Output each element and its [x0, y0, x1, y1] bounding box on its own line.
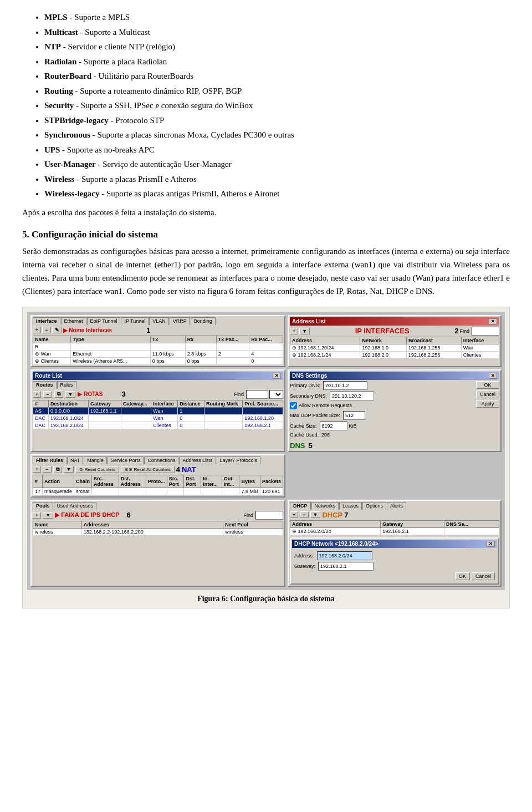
tab-alerts[interactable]: Alerts: [387, 502, 406, 510]
net-gateway-input[interactable]: [318, 562, 374, 571]
dhcp-remove-btn[interactable]: −: [300, 511, 308, 518]
table-row[interactable]: R: [33, 343, 283, 350]
table-row[interactable]: ⊕ 192.168.2.1/24 192.168.2.0 192.168.2.2…: [290, 351, 499, 358]
route-tab-bar[interactable]: Routes Rules: [33, 381, 283, 389]
nat-add-btn[interactable]: +: [33, 466, 41, 473]
pool-find-input[interactable]: [255, 511, 283, 520]
remove-button[interactable]: −: [42, 327, 50, 333]
table-row[interactable]: 17 masquerade srcnat 7.8 MiB 120 691: [33, 488, 283, 495]
tab-eoip[interactable]: EoIP Tunnel: [87, 317, 121, 325]
dns-apply-btn[interactable]: Apply: [476, 400, 499, 408]
dhcp-network-titlebar: DHCP Network <192.168.2.0/24> ✕: [292, 540, 497, 548]
tab-mangle[interactable]: Mangle: [84, 456, 107, 464]
dhcp-network-close[interactable]: ✕: [487, 541, 495, 547]
reset-counters-btn[interactable]: ⊙ Reset Counters: [75, 466, 119, 473]
route-close-btn[interactable]: ✕: [273, 373, 281, 379]
route-remove-btn[interactable]: −: [43, 391, 52, 398]
tab-bonding[interactable]: Bonding: [191, 317, 216, 325]
max-udp-label: Max UDP Packet Size:: [290, 413, 340, 418]
cell-address: ⊕ 192.168.1.20/24: [290, 344, 360, 351]
tab-leases[interactable]: Leases: [339, 502, 362, 510]
cell-dest: 192.168.1.0/24: [48, 414, 88, 422]
tab-used[interactable]: Used Addresses: [54, 502, 97, 510]
addr-add-btn[interactable]: +: [290, 328, 298, 334]
figure-container: Interface Ethernet EoIP Tunnel IP Tunnel…: [22, 307, 510, 608]
interface-tab-bar[interactable]: Interface Ethernet EoIP Tunnel IP Tunnel…: [33, 317, 283, 325]
tab-serviceports[interactable]: Service Ports: [108, 456, 144, 464]
tab-rules[interactable]: Rules: [57, 381, 76, 389]
tab-nat[interactable]: NAT: [67, 456, 83, 464]
net-ok-btn[interactable]: OK: [455, 572, 470, 580]
secondary-dns-row: Secondary DNS:: [290, 392, 472, 400]
tab-vlan[interactable]: VLAN: [149, 317, 169, 325]
addr-filter-btn[interactable]: ▼: [299, 328, 310, 334]
nat-remove-btn[interactable]: −: [43, 466, 51, 473]
tab-addresslists[interactable]: Address Lists: [179, 456, 216, 464]
route-find-select[interactable]: all: [269, 390, 283, 399]
max-udp-input[interactable]: [343, 411, 365, 420]
dns-close-btn[interactable]: ✕: [489, 373, 497, 379]
nat-row: Filter Rules NAT Mangle Service Ports Co…: [30, 454, 502, 498]
cell-gw: [89, 422, 121, 429]
dhcp-add-btn[interactable]: +: [290, 511, 298, 518]
cell-dest: 192.168.2.0/24: [48, 422, 88, 429]
bottom-row: Pools Used Addresses + ▼ ▶ FAIXA DE IPS …: [30, 500, 502, 587]
tab-options[interactable]: Options: [362, 502, 386, 510]
dns-cancel-btn[interactable]: Cancel: [476, 390, 499, 398]
pool-add-btn[interactable]: +: [33, 512, 41, 519]
tab-filter[interactable]: Filter Rules: [33, 456, 66, 464]
table-row[interactable]: ⊕ 192.168.1.20/24 192.168.1.0 192.168.1.…: [290, 344, 499, 351]
rotas-label: ▶ ROTAS: [78, 391, 103, 397]
table-row[interactable]: DAC 192.168.1.0/24 Wan 0 192.168.1.20: [33, 414, 283, 422]
cell-src: [92, 488, 119, 495]
nat-filter-btn[interactable]: ▼: [64, 466, 74, 473]
table-row[interactable]: ⊕ Wan Ethernet 11.0 kbps 2.8 kbps 2 4: [33, 350, 283, 357]
dhcp-filter-btn[interactable]: ▼: [310, 511, 321, 518]
cache-size-input[interactable]: [320, 422, 347, 430]
tab-ethernet[interactable]: Ethernet: [61, 317, 86, 325]
tab-iptunnel[interactable]: IP Tunnel: [121, 317, 149, 325]
tab-interface[interactable]: Interface: [33, 317, 60, 325]
tab-layer7[interactable]: Layer7 Protocols: [217, 456, 261, 464]
table-row[interactable]: ⊕ Clientes Wireless (Atheros AR5... 0 bp…: [33, 357, 283, 364]
address-close-btn[interactable]: ✕: [489, 318, 497, 324]
allow-remote-checkbox[interactable]: [290, 402, 297, 409]
tab-vrrp[interactable]: VRRP: [170, 317, 190, 325]
table-row[interactable]: DAC 192.168.2.0/24 Clientes 0 192.168.2.…: [33, 422, 283, 429]
tab-routes[interactable]: Routes: [33, 381, 57, 389]
tab-networks[interactable]: Networks: [311, 502, 339, 510]
find-input[interactable]: [472, 327, 499, 336]
edit-button[interactable]: ✎: [52, 327, 62, 333]
route-copy-btn[interactable]: ⧉: [54, 390, 63, 398]
route-find-input[interactable]: [246, 390, 268, 399]
table-row[interactable]: AS 0.0.0.0/0 192.168.1.1 Wan 1: [33, 407, 283, 414]
secondary-dns-input[interactable]: [330, 392, 374, 400]
ip-interfaces-label: IP INTERFACES: [355, 327, 410, 335]
find-label2: Find: [234, 392, 244, 397]
tab-dhcp[interactable]: DHCP: [290, 502, 311, 510]
pool-tab-bar[interactable]: Pools Used Addresses: [33, 502, 283, 510]
nat-toolbar: + − ⧉ ▼ ⊙ Reset Counters ⊙⊙ Reset All Co…: [33, 465, 283, 474]
col-ininter: In. Inter...: [201, 475, 222, 488]
net-cancel-btn[interactable]: Cancel: [472, 572, 495, 580]
reset-all-counters-btn[interactable]: ⊙⊙ Reset All Counters: [121, 466, 174, 473]
net-address-input[interactable]: [317, 551, 372, 560]
add-button[interactable]: +: [33, 327, 41, 333]
nat-tab-bar[interactable]: Filter Rules NAT Mangle Service Ports Co…: [33, 456, 283, 464]
nat-copy-btn[interactable]: ⧉: [53, 466, 62, 473]
primary-dns-input[interactable]: [323, 381, 367, 390]
tab-connections[interactable]: Connections: [144, 456, 178, 464]
dns-left: Primary DNS: Secondary DNS: Allow Remote…: [290, 381, 472, 439]
cell-gwdot: [121, 407, 151, 414]
col-dnsse: DNS Se...: [444, 520, 499, 527]
col-gwdot: Gateway...: [121, 400, 151, 407]
dhcp-tab-bar[interactable]: DHCP Networks Leases Options Alerts: [290, 502, 499, 510]
dns-ok-btn[interactable]: OK: [476, 381, 499, 389]
table-row[interactable]: ⊕ 192.168.2.0/24 192.168.2.1: [290, 527, 499, 535]
route-filter-btn[interactable]: ▼: [65, 391, 76, 398]
table-row[interactable]: wireless 132.168.2.2-192.168.2.200 wirel…: [33, 528, 283, 535]
pool-filter-btn[interactable]: ▼: [43, 512, 53, 519]
dhcp-big-label: DHCP: [322, 511, 342, 519]
tab-pools[interactable]: Pools: [33, 502, 53, 510]
route-add-btn[interactable]: +: [33, 391, 41, 398]
